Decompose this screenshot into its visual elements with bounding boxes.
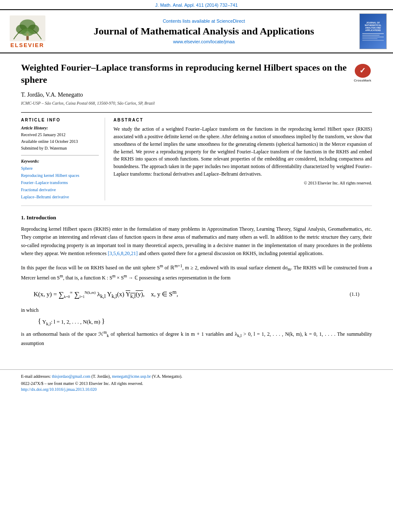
intro-para-3: is an orthonormal basis of the space ℋmk… [21,329,372,348]
formula-1-1: K(x, y) = ∑k=0∞ ∑l=1N(k,m) λk,l Yk,l(x) … [34,289,359,300]
footer-issn: 0022-247X/$ – see front matter © 2013 El… [21,381,372,386]
article-title: Weighted Fourier–Laplace transforms in r… [21,62,347,86]
affiliation: ICMC-USP – São Carlos, Caixa Postal 668,… [21,101,372,105]
cover-title-text: Journal of MATHEMATICAL ANALYSIS AND APP… [365,21,382,32]
intro-para-2: In this paper the focus will be on RKHS … [21,263,372,282]
ref-link[interactable]: [3,5,6,8,20,21] [108,250,137,256]
formula-number-1-1: (1.1) [350,291,359,298]
article-title-block: Weighted Fourier–Laplace transforms in r… [21,62,372,86]
set-notation: { Yk,l: l = 1, 2, . . . , N(k, m) } [38,318,372,326]
available-date: Available online 14 October 2013 [21,138,99,145]
keyword-4: Fractional derivative [21,186,99,193]
elsevier-brand: ELSEVIER [11,42,44,48]
authors: T. Jordão, V.A. Menegatto [21,92,372,98]
email1[interactable]: thisjordao@gmail.com [52,374,90,379]
article-content: Weighted Fourier–Laplace transforms in r… [0,53,393,361]
page-footer: E-mail addresses: thisjordao@gmail.com (… [0,369,393,396]
crossmark-badge: CrossMark [353,64,372,83]
journal-citation: J. Math. Anal. Appl. 411 (2014) 732–741 [0,0,393,9]
sciencedirect-link: Contents lists available at ScienceDirec… [55,18,353,24]
in-which: in which [21,306,372,314]
svg-point-6 [26,33,29,36]
email2[interactable]: menegatt@icme.usp.br [112,374,151,379]
footer-doi[interactable]: http://dx.doi.org/10.1016/j.jmaa.2013.10… [21,387,372,392]
article-info-title: ARTICLE INFO [21,118,99,122]
elsevier-tree-icon [10,15,45,42]
abstract-title: ABSTRACT [113,118,372,122]
copyright: © 2013 Elsevier Inc. All rights reserved… [113,181,372,185]
crossmark-icon [355,64,371,78]
abstract-text: We study the action of a weighted Fourie… [113,126,372,178]
keywords-title: Keywords: [21,159,99,163]
received-date: Received 25 January 2012 [21,132,99,138]
keyword-3: Fourier–Laplace transforms [21,179,99,186]
journal-url[interactable]: www.elsevier.com/locate/jmaa [55,39,353,44]
abstract-column: ABSTRACT We study the action of a weight… [113,118,372,200]
email2-name: (V.A. Menegatto). [152,374,182,379]
history-title: Article History: [21,126,99,130]
keyword-1: Sphere [21,165,99,172]
email-addresses: E-mail addresses: thisjordao@gmail.com (… [21,374,372,379]
elsevier-logo: ELSEVIER [4,15,50,48]
section-1-title: 1. Introduction [21,214,372,221]
keyword-2: Reproducing kernel Hilbert spaces [21,172,99,179]
submitted-by: Submitted by D. Waterman [21,145,99,152]
intro-para-1: Reproducing kernel Hilbert spaces (RKHS)… [21,225,372,258]
journal-cover: Journal of MATHEMATICAL ANALYSIS AND APP… [357,13,389,49]
info-abstract-columns: ARTICLE INFO Article History: Received 2… [21,112,372,206]
article-info-column: ARTICLE INFO Article History: Received 2… [21,118,105,200]
journal-cover-image: Journal of MATHEMATICAL ANALYSIS AND APP… [359,13,387,49]
email-label: E-mail addresses: [21,374,51,379]
journal-title-block: Contents lists available at ScienceDirec… [55,18,353,44]
svg-rect-5 [26,36,29,40]
formula-display: K(x, y) = ∑k=0∞ ∑l=1N(k,m) λk,l Yk,l(x) … [34,289,178,300]
journal-header: ELSEVIER Contents lists available at Sci… [0,9,393,53]
keyword-5: Laplace–Beltrami derivative [21,193,99,200]
info-divider [21,155,99,155]
journal-name: Journal of Mathematical Analysis and App… [55,25,353,37]
crossmark-label: CrossMark [354,79,371,83]
email1-name: (T. Jordão), [92,374,111,379]
